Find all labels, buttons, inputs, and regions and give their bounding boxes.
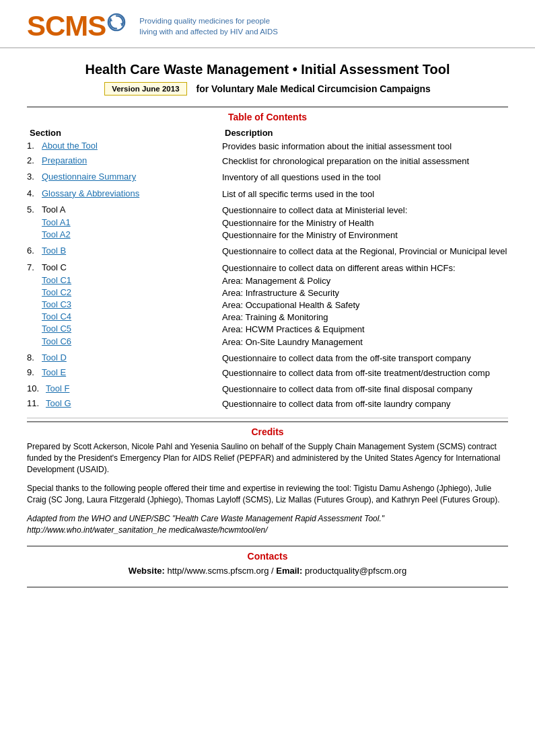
credits-section: Credits Prepared by Scott Ackerson, Nico… (27, 421, 508, 542)
toc-desc-11: Questionnaire to collect data from off-s… (222, 398, 508, 410)
toc-sub-desc-7f: Area: On-Site Laundry Management (222, 336, 508, 348)
page-header: SCMS Providing quality medicines for peo… (0, 0, 535, 48)
toc-link-7c1[interactable]: Tool C1 (42, 275, 71, 285)
toc-num-4: 4. (27, 188, 42, 200)
toc-item-8: 8. Tool D Questionnaire to collect data … (27, 352, 508, 365)
toc-link-6[interactable]: Tool B (42, 245, 66, 258)
toc-desc-8: Questionnaire to collect data from the o… (222, 352, 508, 365)
toc-item-2: 2. Preparation Checklist for chronologic… (27, 155, 508, 167)
toc-num-1: 1. (27, 141, 42, 153)
toc-link-9[interactable]: Tool E (42, 367, 66, 379)
toc-section-7: Tool C (42, 262, 67, 274)
toc-num-2: 2. (27, 155, 42, 167)
email-label: Email: (276, 566, 302, 576)
toc-sub-desc-5b: Questionnaire for the Ministry of Enviro… (222, 229, 508, 241)
toc-header: Table of Contents (27, 108, 508, 128)
scms-logo-icon (107, 13, 126, 32)
toc-desc-10: Questionnaire to collect data from off-s… (222, 383, 508, 395)
contacts-header: Contacts (27, 547, 508, 566)
subtitle-text: for Voluntary Male Medical Circumcision … (197, 83, 431, 94)
toc-item-9: 9. Tool E Questionnaire to collect data … (27, 367, 508, 379)
toc-section-5: Tool A (42, 204, 65, 217)
credits-text1: Prepared by Scott Ackerson, Nicole Pahl … (27, 441, 508, 476)
toc-item-6: 6. Tool B Questionnaire to collect data … (27, 245, 508, 258)
toc-link-1[interactable]: About the Tool (42, 141, 98, 153)
website-url: http//www.scms.pfscm.org (167, 566, 269, 576)
toc-num-10: 10. (27, 383, 46, 395)
toc-link-2[interactable]: Preparation (42, 155, 87, 167)
title-section: Health Care Waste Management • Initial A… (0, 48, 535, 101)
subtitle-row: Version June 2013 for Voluntary Male Med… (27, 82, 508, 96)
toc-link-8[interactable]: Tool D (42, 352, 67, 365)
toc-link-5b[interactable]: Tool A2 (42, 229, 71, 239)
credits-text3: Adapted from the WHO and UNEP/SBC "Healt… (27, 513, 508, 537)
toc-desc-4: List of all specific terms used in the t… (222, 188, 508, 200)
toc-num-7: 7. (27, 262, 42, 274)
bottom-divider (27, 587, 508, 588)
email-address: productquality@pfscm.org (305, 566, 406, 576)
toc-sub-7c: Tool C3 Area: Occupational Health & Safe… (27, 299, 508, 311)
toc-item-7: 7. Tool C Questionnaire to collect data … (27, 262, 508, 348)
toc-desc-9: Questionnaire to collect data from off-s… (222, 367, 508, 379)
toc-sub-7b: Tool C2 Area: Infrastructure & Security (27, 287, 508, 299)
scms-logo: SCMS (27, 12, 126, 40)
tagline-line1: Providing quality medicines for people (139, 15, 278, 26)
toc-sub-desc-7d: Area: Training & Monitoring (222, 311, 508, 324)
contacts-section: Contacts Website: http//www.scms.pfscm.o… (27, 545, 508, 582)
toc-num-11: 11. (27, 398, 46, 410)
toc-item-5: 5. Tool A Questionnaire to collect data … (27, 204, 508, 242)
toc-sub-7d: Tool C4 Area: Training & Monitoring (27, 311, 508, 324)
toc-link-7c2[interactable]: Tool C2 (42, 287, 71, 297)
toc-desc-6: Questionnaire to collect data at the Reg… (222, 245, 508, 258)
toc-sub-7f: Tool C6 Area: On-Site Laundry Management (27, 336, 508, 348)
toc-item-10: 10. Tool F Questionnaire to collect data… (27, 383, 508, 395)
toc-link-5a[interactable]: Tool A1 (42, 217, 71, 227)
toc-num-9: 9. (27, 367, 42, 379)
toc-item-3: 3. Questionnaire Summary Inventory of al… (27, 172, 508, 184)
toc-item-7-main: 7. Tool C Questionnaire to collect data … (27, 262, 508, 274)
toc-num-5: 5. (27, 204, 42, 217)
toc-sub-desc-7e: Area: HCWM Practices & Equipment (222, 324, 508, 336)
version-badge: Version June 2013 (104, 82, 186, 96)
toc-section: Table of Contents Section Description 1.… (27, 106, 508, 418)
toc-num-3: 3. (27, 172, 42, 184)
website-label: Website: (129, 566, 165, 576)
toc-desc-2: Checklist for chronological preparation … (222, 155, 508, 167)
toc-desc-3: Inventory of all questions used in the t… (222, 172, 508, 184)
toc-link-10[interactable]: Tool F (46, 383, 69, 395)
contacts-row: Website: http//www.scms.pfscm.org / Emai… (27, 566, 508, 576)
toc-link-3[interactable]: Questionnaire Summary (42, 172, 136, 184)
scms-logo-text: SCMS (27, 12, 106, 40)
toc-sub-desc-7b: Area: Infrastructure & Security (222, 287, 508, 299)
toc-sub-5a: Tool A1 Questionnaire for the Ministry o… (27, 217, 508, 229)
col-section-header: Section (30, 128, 61, 138)
col-description-header: Description (225, 128, 273, 138)
tagline-line2: living with and affected by HIV and AIDS (139, 26, 278, 37)
toc-sub-desc-5a: Questionnaire for the Ministry of Health (222, 217, 508, 229)
toc-item-4: 4. Glossary & Abbreviations List of all … (27, 188, 508, 200)
toc-desc-1: Provides basic information about the ini… (222, 141, 508, 153)
header-tagline: Providing quality medicines for people l… (139, 15, 278, 37)
toc-sub-7a: Tool C1 Area: Management & Policy (27, 275, 508, 287)
toc-link-7c3[interactable]: Tool C3 (42, 299, 71, 309)
toc-sub-7e: Tool C5 Area: HCWM Practices & Equipment (27, 324, 508, 336)
toc-sub-5b: Tool A2 Questionnaire for the Ministry o… (27, 229, 508, 241)
toc-desc-7: Questionnaire to collect data on differe… (222, 262, 508, 274)
toc-item-11: 11. Tool G Questionnaire to collect data… (27, 398, 508, 410)
toc-sub-desc-7c: Area: Occupational Health & Safety (222, 299, 508, 311)
toc-link-7c5[interactable]: Tool C5 (42, 324, 71, 334)
toc-link-7c6[interactable]: Tool C6 (42, 336, 71, 346)
toc-link-11[interactable]: Tool G (46, 398, 71, 410)
toc-desc-5: Questionnaire to collect data at Ministe… (222, 204, 508, 217)
toc-num-8: 8. (27, 352, 42, 365)
toc-num-6: 6. (27, 245, 42, 258)
toc-item-1: 1. About the Tool Provides basic informa… (27, 141, 508, 153)
toc-link-7c4[interactable]: Tool C4 (42, 311, 71, 322)
credits-header: Credits (27, 422, 508, 441)
toc-items: 1. About the Tool Provides basic informa… (27, 141, 508, 411)
toc-item-5-main: 5. Tool A Questionnaire to collect data … (27, 204, 508, 217)
toc-link-4[interactable]: Glossary & Abbreviations (42, 188, 139, 200)
toc-sub-desc-7a: Area: Management & Policy (222, 275, 508, 287)
main-title: Health Care Waste Management • Initial A… (27, 61, 508, 78)
credits-text2: Special thanks to the following people o… (27, 483, 508, 506)
